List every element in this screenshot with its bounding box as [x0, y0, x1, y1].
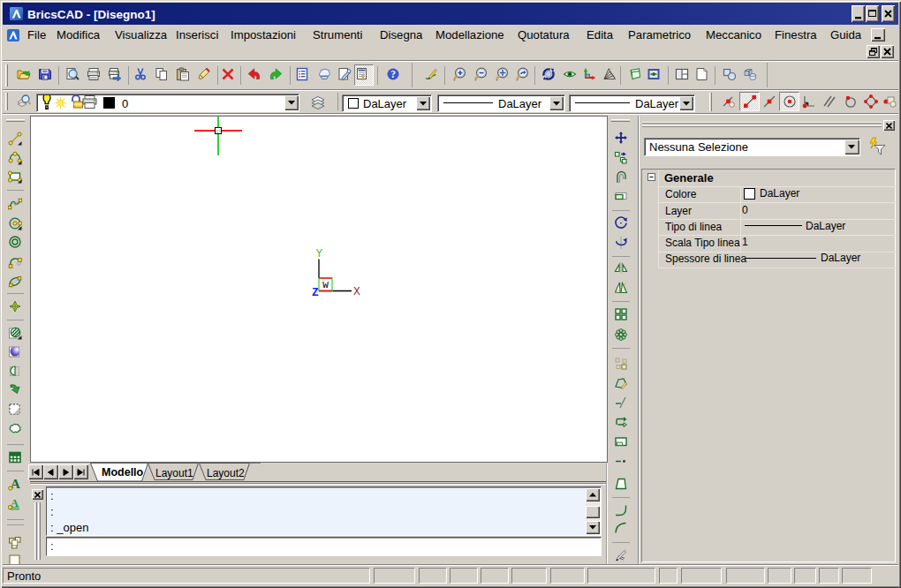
svg-text:?: ?	[390, 69, 396, 79]
svg-text:X: X	[353, 285, 360, 298]
svg-text:Z: Z	[312, 286, 319, 299]
svg-text:Y: Y	[316, 247, 323, 260]
svg-text:W: W	[322, 280, 329, 290]
